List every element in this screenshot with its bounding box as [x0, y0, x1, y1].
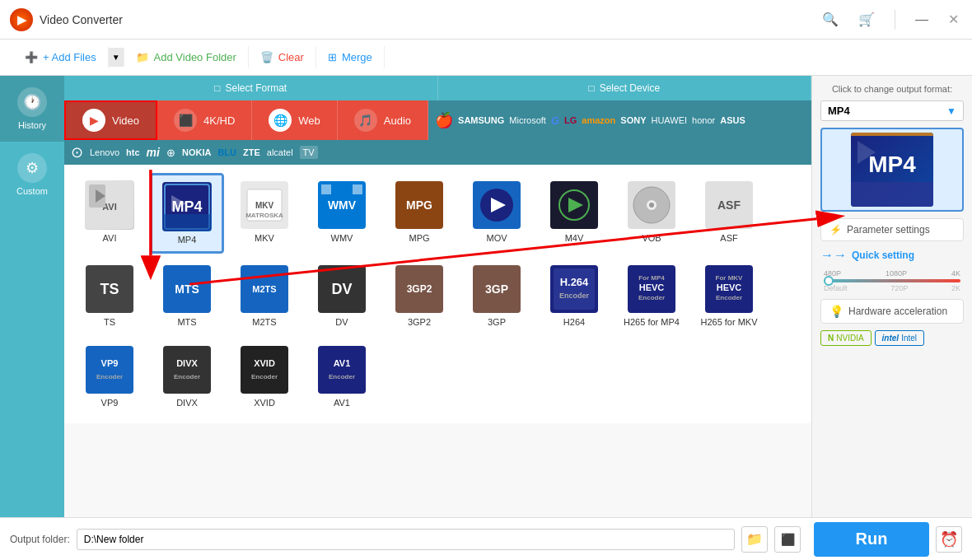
format-type-4khd[interactable]: ⬛ 4K/HD: [157, 100, 252, 140]
motorola-brand[interactable]: ⊙: [71, 143, 83, 161]
select-device-tab[interactable]: □ Select Device: [438, 76, 812, 100]
htc-brand[interactable]: htc: [126, 147, 140, 157]
format-3gp[interactable]: 3GP 3GP: [460, 257, 534, 334]
mp4-icon: MP4: [162, 182, 212, 231]
format-h265-mp4[interactable]: For MP4 HEVC Encoder H265 for MP4: [615, 257, 689, 334]
select-format-tab[interactable]: □ Select Format: [64, 76, 438, 100]
browse-folder-button[interactable]: 📁: [741, 526, 768, 553]
svg-text:Encoder: Encoder: [96, 373, 123, 380]
clear-button[interactable]: 🗑️ Clear: [249, 46, 316, 68]
asus-brand[interactable]: ASUS: [720, 115, 745, 125]
hardware-acceleration-button[interactable]: 💡 Hardware acceleration: [820, 299, 964, 324]
huawei-brand[interactable]: HUAWEI: [651, 115, 687, 125]
format-m2ts[interactable]: M2TS M2TS: [227, 257, 301, 334]
format-avi[interactable]: AVI AVI: [72, 173, 147, 254]
honor-brand[interactable]: honor: [692, 115, 715, 125]
video-label: Video: [112, 114, 139, 127]
parameter-settings-button[interactable]: ⚡ Parameter settings: [820, 218, 964, 241]
sidebar-item-custom[interactable]: ⚙ Custom: [0, 142, 64, 208]
format-mts[interactable]: MTS MTS: [150, 257, 224, 334]
close-button[interactable]: ✕: [945, 8, 962, 30]
merge-button[interactable]: ⊞ Merge: [316, 46, 385, 68]
format-m4v[interactable]: M4V: [537, 173, 611, 254]
format-mov[interactable]: MOV: [460, 173, 534, 254]
format-tab-icon: □: [214, 82, 220, 94]
export-icon: ⬛: [781, 533, 795, 546]
export-button[interactable]: ⬛: [774, 526, 801, 553]
svg-text:ASF: ASF: [717, 198, 741, 212]
format-selector[interactable]: MP4 ▼: [820, 100, 964, 121]
svg-rect-55: [86, 346, 133, 394]
nokia-brand[interactable]: NOKIA: [182, 147, 211, 157]
add-files-dropdown[interactable]: ▼: [109, 48, 124, 67]
blu-brand[interactable]: BLU: [217, 147, 236, 157]
format-type-web[interactable]: 🌐 Web: [252, 100, 338, 140]
format-mpg[interactable]: MPG MPG: [382, 173, 456, 254]
toolbar: ➕ + Add Files ▼ 📁 Add Video Folder 🗑️ Cl…: [0, 40, 972, 76]
alcatel-brand[interactable]: alcatel: [267, 147, 293, 157]
intel-icon: intel: [882, 334, 900, 343]
samsung-brand[interactable]: SAMSUNG: [458, 115, 504, 125]
asf-label: ASF: [720, 233, 737, 243]
search-button[interactable]: 🔍: [819, 8, 842, 30]
run-button[interactable]: Run: [814, 522, 929, 557]
mpg-icon: MPG: [395, 180, 444, 230]
lenovo-brand[interactable]: Lenovo: [90, 147, 119, 157]
bottom-bar: Output folder: 📁 ⬛ Run ⏰: [0, 517, 972, 560]
format-h265-mkv[interactable]: For MKV HEVC Encoder H265 for MKV: [692, 257, 766, 334]
cart-button[interactable]: 🛒: [855, 8, 878, 30]
format-wmv[interactable]: WMV WMV: [305, 173, 379, 254]
tv-brand[interactable]: TV: [300, 146, 318, 159]
format-divx[interactable]: DIVX Encoder DIVX: [150, 338, 224, 415]
lg-brand[interactable]: LG: [564, 115, 577, 125]
vob-label: VOB: [642, 233, 661, 243]
oneplus-brand[interactable]: ⊕: [166, 147, 175, 159]
format-type-audio[interactable]: 🎵 Audio: [338, 100, 428, 140]
nvidia-icon: N: [828, 334, 834, 343]
google-brand[interactable]: G: [551, 114, 559, 127]
format-dv[interactable]: DV DV: [305, 257, 379, 334]
format-ts[interactable]: TS TS: [72, 257, 147, 334]
title-bar-controls: 🔍 🛒 — ✕: [819, 8, 962, 30]
intel-badge[interactable]: intel Intel: [875, 330, 924, 346]
sidebar-item-history[interactable]: 🕐 History: [0, 76, 64, 142]
quality-slider-track[interactable]: [824, 279, 960, 282]
minimize-button[interactable]: —: [912, 9, 932, 30]
nvidia-badge[interactable]: N NVIDIA: [820, 330, 872, 346]
sony-brand[interactable]: SONY: [620, 115, 646, 125]
format-3gp2[interactable]: 3GP2 3GP2: [382, 257, 456, 334]
svg-text:MATROSKA: MATROSKA: [245, 212, 283, 219]
mi-brand[interactable]: mi: [147, 146, 160, 159]
add-files-button[interactable]: ➕ + Add Files: [13, 46, 109, 68]
add-folder-button[interactable]: 📁 Add Video Folder: [124, 46, 249, 68]
svg-text:XVID: XVID: [254, 358, 275, 368]
format-h264[interactable]: H.264 Encoder H264: [537, 257, 611, 334]
hw-accel-icon: 💡: [829, 305, 843, 318]
format-asf[interactable]: ASF ASF: [692, 173, 766, 254]
ts-icon: TS: [85, 264, 134, 314]
format-vob[interactable]: VOB: [615, 173, 689, 254]
microsoft-brand[interactable]: Microsoft: [509, 115, 546, 125]
vob-icon: [627, 180, 676, 230]
format-av1[interactable]: AV1 Encoder AV1: [305, 338, 379, 415]
format-mkv[interactable]: MKV MATROSKA MKV: [227, 173, 301, 254]
quality-slider-container: 480P 1080P 4K Default 720P 2K: [820, 269, 964, 292]
format-type-video[interactable]: ▶ Video: [64, 100, 157, 140]
svg-rect-44: [554, 268, 595, 310]
merge-icon: ⊞: [328, 51, 337, 63]
gpu-badges: N NVIDIA intel Intel: [820, 330, 964, 346]
output-path-input[interactable]: [77, 529, 735, 550]
format-mp4[interactable]: MP4 MP4: [150, 173, 224, 254]
svg-text:M2TS: M2TS: [252, 284, 276, 294]
alarm-button[interactable]: ⏰: [936, 526, 962, 553]
zte-brand[interactable]: ZTE: [243, 147, 260, 157]
format-xvid[interactable]: XVID Encoder XVID: [227, 338, 301, 415]
apple-brand[interactable]: 🍎: [435, 111, 453, 129]
h265mkv-label: H265 for MKV: [700, 317, 757, 327]
quality-slider-thumb[interactable]: [824, 276, 834, 286]
sidebar: 🕐 History ⚙ Custom: [0, 76, 64, 517]
3gp2-icon: 3GP2: [395, 264, 444, 314]
format-vp9[interactable]: VP9 Encoder VP9: [72, 338, 147, 415]
clear-icon: 🗑️: [260, 51, 273, 63]
amazon-brand[interactable]: amazon: [582, 115, 615, 125]
